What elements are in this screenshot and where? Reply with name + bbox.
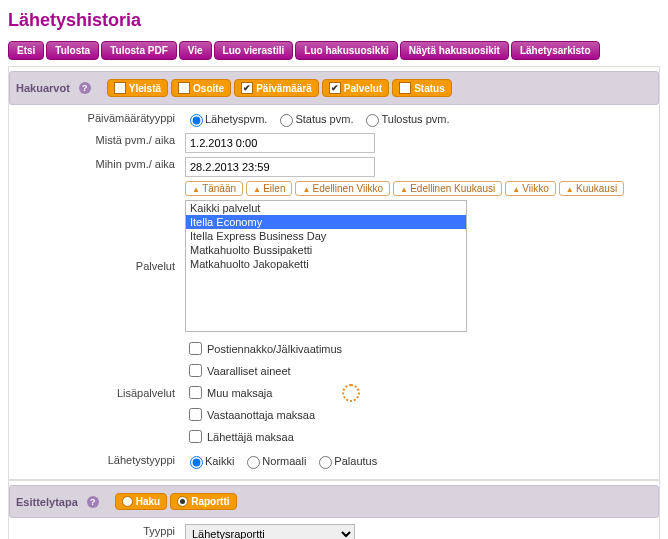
- service-option[interactable]: Itella Express Business Day: [186, 229, 466, 243]
- toolbar-button[interactable]: Etsi: [8, 41, 44, 60]
- section-label: Hakuarvot: [16, 82, 70, 94]
- lisapalvelu-checkbox[interactable]: Muu maksaja: [185, 383, 651, 402]
- mihin-input[interactable]: [185, 157, 375, 177]
- services-listbox[interactable]: Kaikki palvelutItella EconomyItella Expr…: [185, 200, 467, 332]
- filter-tab[interactable]: Yleistä: [107, 79, 168, 97]
- top-toolbar: EtsiTulostaTulosta PDFVieLuo vierastiliL…: [8, 41, 660, 60]
- section-label: Esittelytapa: [16, 496, 78, 508]
- lahetystyyppi-radio[interactable]: Kaikki: [185, 453, 234, 469]
- lisapalvelu-checkbox[interactable]: Lähettäjä maksaa: [185, 427, 651, 446]
- quick-date-button[interactable]: Edellinen Kuukausi: [393, 181, 502, 196]
- section-hakuarvot: Hakuarvot ? YleistäOsoite✔Päivämäärä✔Pal…: [9, 71, 659, 105]
- pvm-radio[interactable]: Tulostus pvm.: [361, 111, 449, 127]
- filter-tab[interactable]: ✔Palvelut: [322, 79, 389, 97]
- label-lisapalvelut: Lisäpalvelut: [13, 334, 181, 451]
- view-tab[interactable]: Raportti: [170, 493, 236, 510]
- label-lahetystyyppi: Lähetystyyppi: [13, 451, 181, 473]
- label-palvelut: Palvelut: [13, 198, 181, 334]
- service-option[interactable]: Matkahuolto Jakopaketti: [186, 257, 466, 271]
- quick-date-button[interactable]: Viikko: [505, 181, 556, 196]
- lahetystyyppi-radio[interactable]: Normaali: [242, 453, 306, 469]
- view-tabs: HakuRaportti: [115, 493, 237, 510]
- toolbar-button[interactable]: Luo hakusuosikki: [295, 41, 397, 60]
- toolbar-button[interactable]: Vie: [179, 41, 212, 60]
- quick-date-button[interactable]: Eilen: [246, 181, 292, 196]
- toolbar-button[interactable]: Lähetysarkisto: [511, 41, 600, 60]
- pvm-radio[interactable]: Status pvm.: [275, 111, 353, 127]
- pvm-tyyppi-radios: Lähetyspvm.Status pvm.Tulostus pvm.: [181, 109, 655, 131]
- help-icon[interactable]: ?: [87, 496, 99, 508]
- quick-date-row: TänäänEilenEdellinen ViikkoEdellinen Kuu…: [181, 179, 655, 198]
- page-title: Lähetyshistoria: [8, 10, 660, 31]
- label-pvmtyyppi: Päivämäärätyyppi: [13, 109, 181, 131]
- quick-date-button[interactable]: Tänään: [185, 181, 243, 196]
- toolbar-button[interactable]: Tulosta PDF: [101, 41, 177, 60]
- lahetystyyppi-radios: KaikkiNormaaliPalautus: [181, 451, 655, 473]
- quick-date-button[interactable]: Edellinen Viikko: [295, 181, 390, 196]
- filter-tab[interactable]: Osoite: [171, 79, 231, 97]
- toolbar-button[interactable]: Luo vierastili: [214, 41, 294, 60]
- quick-date-button[interactable]: Kuukausi: [559, 181, 624, 196]
- service-option[interactable]: Itella Economy: [186, 215, 466, 229]
- toolbar-button[interactable]: Tulosta: [46, 41, 99, 60]
- label-mihin: Mihin pvm./ aika: [13, 155, 181, 179]
- tyyppi-select[interactable]: Lähetysraportti: [185, 524, 355, 539]
- service-option[interactable]: Matkahuolto Bussipaketti: [186, 243, 466, 257]
- lisapalvelut-group: Postiennakko/JälkivaatimusVaaralliset ai…: [181, 334, 655, 451]
- pvm-radio[interactable]: Lähetyspvm.: [185, 111, 267, 127]
- service-option[interactable]: Kaikki palvelut: [186, 201, 466, 215]
- lisapalvelu-checkbox[interactable]: Postiennakko/Jälkivaatimus: [185, 339, 651, 358]
- lisapalvelu-checkbox[interactable]: Vaaralliset aineet: [185, 361, 651, 380]
- help-icon[interactable]: ?: [79, 82, 91, 94]
- filter-tab[interactable]: Status: [392, 79, 452, 97]
- lahetystyyppi-radio[interactable]: Palautus: [314, 453, 377, 469]
- section-esittelytapa: Esittelytapa ? HakuRaportti: [9, 485, 659, 518]
- filter-tabs: YleistäOsoite✔Päivämäärä✔PalvelutStatus: [107, 79, 452, 97]
- label-mista: Mistä pvm./ aika: [13, 131, 181, 155]
- filter-tab[interactable]: ✔Päivämäärä: [234, 79, 319, 97]
- lisapalvelu-checkbox[interactable]: Vastaanottaja maksaa: [185, 405, 651, 424]
- label-tyyppi: Tyyppi: [13, 522, 181, 539]
- toolbar-button[interactable]: Näytä hakusuosikit: [400, 41, 509, 60]
- view-tab[interactable]: Haku: [115, 493, 167, 510]
- mista-input[interactable]: [185, 133, 375, 153]
- loading-icon: [342, 384, 360, 402]
